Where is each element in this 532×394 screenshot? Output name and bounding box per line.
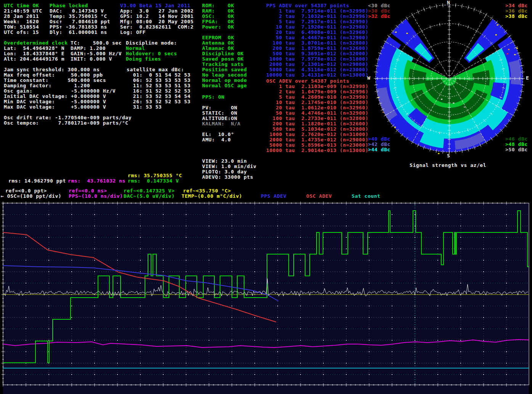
signal-speck — [495, 34, 497, 35]
signal-speck — [395, 32, 397, 33]
sat-max-dbc-table: 01: 0 51 54 52 53 06: 52 53 53 53 53 11:… — [127, 72, 191, 110]
temp-scale-label: TEMP~(0.00 m°C/div) — [182, 194, 242, 199]
signal-speck — [508, 49, 509, 50]
dbc-legend-item: >34 dBc — [505, 3, 528, 8]
discipline-mode-block: Normal Holdover: 0 secs Doing fixes — [126, 46, 177, 62]
pps-ref-label: ref=<0.0 ns> — [69, 188, 107, 194]
osc-adev-table: OSC ADEV over 54387 points 1 tau 2.1103e… — [266, 78, 368, 153]
lat-lon-alt-block: Lat: 54.4964928° N Lon: 18.4337848° E Al… — [4, 46, 64, 62]
version-header: V3.00 Beta 15 Jan 2011 — [120, 3, 190, 8]
kalman-state: KALMAN: N/A — [202, 121, 241, 127]
tc-damp-gain-block: TC: 500.0 sec DAMP: 1.200 GAIN:-5.000 Hz… — [71, 40, 122, 62]
phase-status-header: Phase locked — [50, 3, 88, 8]
compass-south-label: S — [447, 153, 450, 159]
utc-status-header: UTC time OK — [4, 3, 39, 8]
pps-state: PPS: ON — [202, 94, 225, 100]
pps-adev-plot-label: PPS ADEV — [261, 194, 286, 199]
signal-speck — [514, 54, 516, 55]
signal-speck — [464, 106, 465, 107]
dbc-legend-right-bottom: >46 dBc>48 dBc>50 dBc — [505, 136, 528, 152]
dbc-legend-item: >30 dBc — [368, 8, 391, 14]
osc-drift-block: Osc drift rate: -1.770540e-009 parts/day… — [4, 115, 132, 126]
dbc-legend-item: <30 dBc — [368, 3, 391, 8]
sat-max-dbc-header: satellite max dBc: — [127, 67, 184, 72]
signal-speck — [497, 24, 498, 26]
dbc-legend-item: >44 dBc — [368, 147, 391, 152]
dac-ref-label: ref~<0.147325 V> — [124, 188, 175, 194]
polar-plot-title: Signal strength vs az/el — [410, 163, 486, 168]
discipline-mode-header: Discipline mode: — [126, 40, 177, 46]
osc-scale-label: ← OSC=(100 ppt/div) — [1, 194, 61, 199]
osc-params-block: Jam sync threshold: 300.000 ns Max freq … — [4, 67, 116, 110]
dac-scale-label: DAC~(5.0 uV/div) — [124, 194, 175, 199]
clock-mode-header: Overdetermined clock — [4, 40, 68, 46]
signal-speck — [382, 112, 384, 113]
signal-speck — [516, 48, 518, 49]
rms-pps: rms: 43.761032 ns — [68, 178, 125, 184]
pps-adev-table: PPS ADEV over 54387 points 1 tau 7.9714e… — [266, 3, 368, 78]
compass-east-label: E — [526, 75, 529, 81]
compass-north-label: N — [447, 0, 450, 5]
temp-ref-label: ref~<35.750 °C> — [183, 188, 231, 194]
dbc-legend-item: >36 dBc — [505, 8, 528, 14]
dbc-legend-item: >50 dBc — [505, 147, 528, 152]
receiver-status-list: ROM: OK RAM: OK OSC: OK FPGA: OK Power: … — [202, 3, 247, 88]
signal-speck — [507, 53, 508, 54]
dbc-legend-item: >38 dBc — [505, 14, 528, 19]
rms-dac: rms: 0.147334 V — [128, 178, 179, 184]
pps-scale-label: PPS~(10.0 ns/div) — [69, 194, 123, 199]
dbc-legend-item: >32 dBc — [368, 14, 391, 19]
sat-count-plot-label: Sat count — [352, 194, 380, 199]
rms-osc: rms: 14.962790 ppt — [8, 178, 66, 184]
osc-adev-plot-label: OSC ADEV — [306, 194, 332, 199]
pv-block: PV: ON STATIC: ON ALTITUDE:ON — [202, 105, 237, 121]
rms-temp: rms: 35.750355 °C — [128, 173, 182, 178]
dbc-legend-left-bottom: >40 dBc>42 dBc>44 dBc — [368, 136, 391, 152]
signal-speck — [453, 103, 454, 104]
signal-speck — [406, 33, 408, 34]
dbc-legend-item: >48 dBc — [505, 142, 528, 147]
dbc-legend-left-top: <30 dBc>30 dBc>32 dBc — [368, 3, 391, 19]
el-amu-block: EL: 10.0° AMU: 4.0 — [202, 132, 234, 143]
osc-ref-label: ref=<0.0 ppt> — [5, 188, 47, 194]
signal-speck — [441, 99, 442, 100]
signal-speck — [438, 153, 439, 154]
dbc-legend-item: >46 dBc — [505, 136, 528, 142]
view-block: VIEW: 23.0 min VIEW: 1.0 min/div PLOTQ: … — [202, 159, 256, 180]
version-block: App: 3.0 27 Jun 2002 GPS: 10.2 14 Nov 20… — [120, 8, 194, 35]
lady-heather-window: UTC time OK 21:48:59 UTC 28 Jan 2011 Wee… — [0, 0, 532, 394]
phase-block: DAC: 0.147343 V Temp: 35.750015 °C Osc↑ … — [50, 8, 110, 35]
bottom-plot[interactable] — [2, 202, 529, 394]
dbc-legend-right-top: >34 dBc>36 dBc>38 dBc — [505, 3, 528, 19]
time-block: 21:48:59 UTC 28 Jan 2011 Week: 1620 TOW:… — [4, 8, 42, 35]
polar-plot — [374, 3, 525, 154]
dbc-legend-item: >42 dBc — [368, 142, 391, 147]
dbc-legend-item: >40 dBc — [368, 136, 391, 142]
compass-west-label: W — [367, 75, 370, 81]
